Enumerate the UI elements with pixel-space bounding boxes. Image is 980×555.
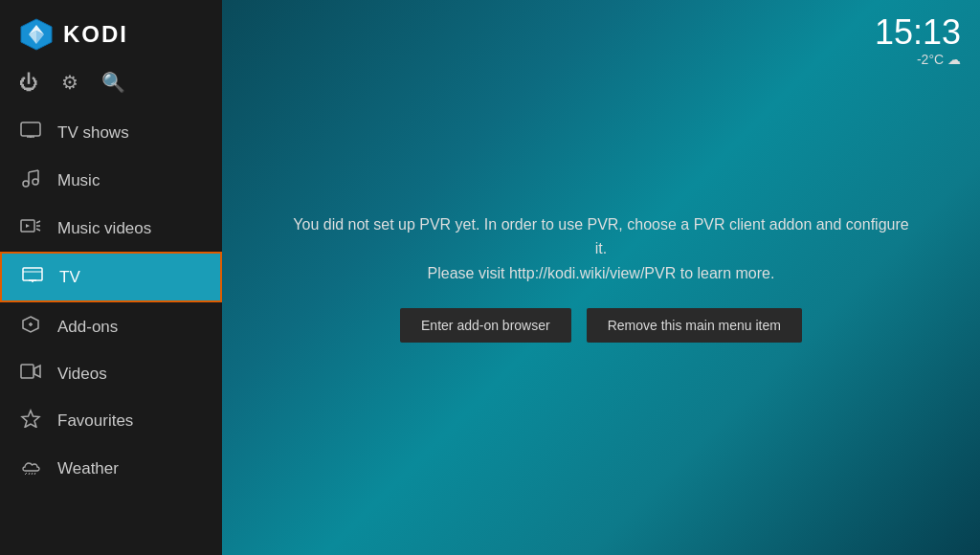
remove-menu-item-button[interactable]: Remove this main menu item (587, 308, 802, 343)
sidebar-item-music-label: Music (57, 171, 100, 190)
svg-marker-23 (22, 411, 39, 428)
sidebar-item-videos-label: Videos (57, 365, 107, 384)
logo-area: KODI (0, 0, 222, 63)
star-icon (19, 409, 42, 433)
svg-marker-22 (34, 366, 40, 377)
svg-rect-21 (21, 365, 33, 378)
videos-icon (19, 364, 42, 384)
weather-icon (19, 457, 42, 479)
sidebar-item-tv-shows[interactable]: TV shows (0, 109, 222, 156)
svg-line-11 (29, 170, 38, 172)
svg-line-27 (34, 473, 35, 475)
svg-point-8 (33, 179, 38, 185)
svg-line-14 (36, 221, 40, 223)
tv-live-icon (21, 266, 44, 288)
main-content: 15:13 -2°C ☁ You did not set up PVR yet.… (222, 0, 980, 555)
pvr-message-box: You did not set up PVR yet. In order to … (266, 193, 936, 363)
kodi-logo-icon (19, 17, 54, 52)
svg-marker-13 (26, 224, 30, 228)
weather-display: -2°C ☁ (875, 52, 961, 67)
sidebar-item-weather-label: Weather (57, 459, 119, 478)
sidebar-item-add-ons[interactable]: Add-ons (0, 302, 222, 351)
sidebar-item-weather[interactable]: Weather (0, 445, 222, 492)
sidebar-item-tv-label: TV (59, 268, 80, 287)
sidebar-item-add-ons-label: Add-ons (57, 318, 118, 337)
search-icon[interactable]: 🔍 (101, 71, 125, 94)
power-icon[interactable]: ⏻ (19, 72, 38, 94)
app-title: KODI (63, 21, 128, 48)
svg-rect-17 (23, 268, 42, 280)
pvr-buttons: Enter add-on browser Remove this main me… (285, 308, 917, 343)
addon-icon (19, 315, 42, 339)
sidebar-item-music-videos[interactable]: Music videos (0, 205, 222, 252)
sidebar-item-videos[interactable]: Videos (0, 351, 222, 396)
sidebar-item-favourites-label: Favourites (57, 411, 133, 431)
main-menu: TV shows Music (0, 109, 222, 555)
sidebar-item-tv-shows-label: TV shows (57, 123, 129, 143)
pvr-line2: Please visit http://kodi.wiki/view/PVR t… (428, 265, 775, 281)
clock-display: 15:13 (875, 15, 961, 50)
pvr-message-text: You did not set up PVR yet. In order to … (285, 212, 917, 286)
svg-line-25 (29, 473, 30, 475)
pvr-line1: You did not set up PVR yet. In order to … (293, 216, 908, 257)
svg-point-7 (23, 181, 29, 187)
sidebar-item-favourites[interactable]: Favourites (0, 396, 222, 445)
music-videos-icon (19, 217, 42, 239)
sidebar-item-music-videos-label: Music videos (57, 219, 151, 238)
music-icon (19, 168, 42, 192)
enter-addon-browser-button[interactable]: Enter add-on browser (400, 308, 571, 343)
sidebar-item-tv[interactable]: TV (0, 252, 222, 302)
sidebar-toolbar: ⏻ ⚙ 🔍 (0, 63, 222, 109)
tv-shows-icon (19, 122, 42, 144)
svg-rect-4 (21, 122, 40, 136)
clock-area: 15:13 -2°C ☁ (875, 15, 961, 67)
settings-icon[interactable]: ⚙ (61, 71, 78, 94)
sidebar-item-music[interactable]: Music (0, 156, 222, 205)
svg-line-26 (32, 473, 33, 475)
svg-line-24 (25, 473, 27, 475)
sidebar: KODI ⏻ ⚙ 🔍 TV shows (0, 0, 222, 555)
svg-line-16 (36, 229, 40, 231)
